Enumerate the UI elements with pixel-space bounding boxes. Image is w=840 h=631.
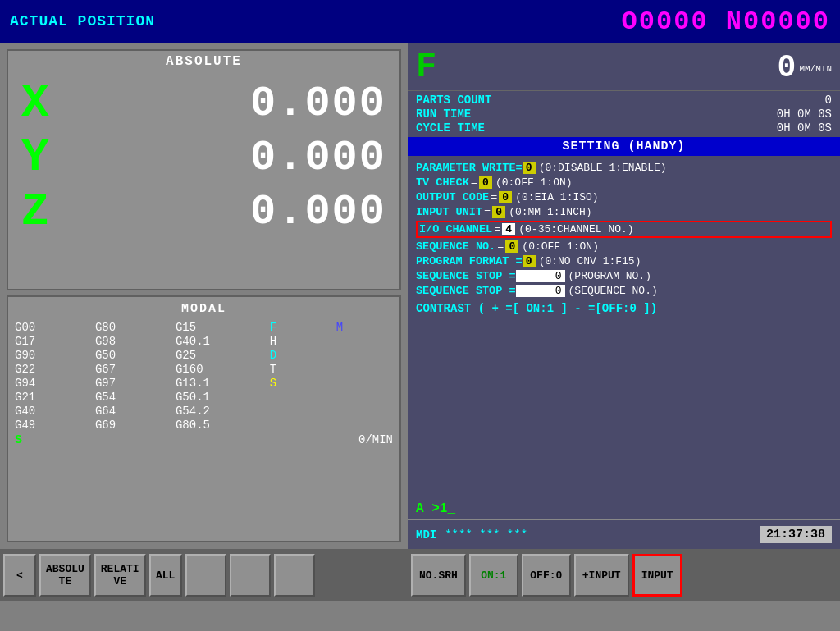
seq-stop2-label: SEQUENCE STOP = xyxy=(416,285,516,297)
info-section: PARTS COUNT 0 RUN TIME 0H 0M 0S CYCLE TI… xyxy=(408,91,840,137)
time-display: 21:37:38 xyxy=(760,526,832,543)
right-panel: F 0 MM/MIN PARTS COUNT 0 RUN TIME 0H 0M … xyxy=(408,43,840,549)
actual-position-label: ACTUAL POSITION xyxy=(10,13,155,30)
seq-stop2-value: 0 xyxy=(516,285,565,297)
modal-item: M xyxy=(336,321,393,334)
seq-no-value: 0 xyxy=(505,240,518,253)
empty-btn-3[interactable] xyxy=(274,554,315,597)
command-text: A >1_ xyxy=(416,501,455,516)
modal-item: G97 xyxy=(95,377,166,390)
modal-item xyxy=(270,391,326,404)
prog-format-desc: (0:NO CNV 1:F15) xyxy=(539,255,641,267)
run-time-value: 0H 0M 0S xyxy=(777,107,832,121)
bottom-info-bar: MDI **** *** *** 21:37:38 xyxy=(408,519,840,549)
setting-section: SETTING (HANDY) PARAMETER WRITE= 0 (0:DI… xyxy=(408,137,840,498)
output-code-desc: (0:EIA 1:ISO) xyxy=(515,191,598,203)
param-write-value: 0 xyxy=(523,162,536,174)
left-panel: ABSOLUTE X 0.000 Y 0.000 Z 0.000 MODAL xyxy=(0,43,408,549)
prog-format-label: PROGRAM FORMAT = xyxy=(416,255,523,267)
modal-item: G21 xyxy=(15,391,85,404)
modal-item: G49 xyxy=(15,418,85,432)
absolute-section: ABSOLUTE X 0.000 Y 0.000 Z 0.000 xyxy=(7,49,401,290)
modal-item: G40.1 xyxy=(176,335,260,348)
seq-no-row: SEQUENCE NO. = 0 (0:OFF 1:ON) xyxy=(416,240,832,253)
seq-stop1-value: 0 xyxy=(516,270,565,282)
modal-item: G160 xyxy=(176,363,260,376)
cycle-time-row: CYCLE TIME 0H 0M 0S xyxy=(416,121,832,135)
relative-button[interactable]: RELATIVE xyxy=(94,554,146,597)
all-button[interactable]: ALL xyxy=(149,554,182,597)
seq-stop1-desc: (PROGRAM NO.) xyxy=(568,270,651,282)
modal-item: G40 xyxy=(15,405,85,418)
seq-stop1-row: SEQUENCE STOP = 0 (PROGRAM NO.) xyxy=(416,270,832,282)
param-write-label: PARAMETER WRITE= xyxy=(416,162,523,174)
modal-item: G69 xyxy=(95,418,166,432)
mdi-dots: **** *** *** xyxy=(445,528,527,542)
run-time-label: RUN TIME xyxy=(416,107,471,121)
off0-button[interactable]: OFF:0 xyxy=(522,554,571,597)
seq-stop1-label: SEQUENCE STOP = xyxy=(416,270,516,282)
modal-item: G15 xyxy=(176,321,260,334)
z-label: Z xyxy=(21,185,71,238)
modal-item xyxy=(336,335,393,348)
program-number: O0000 N00000 xyxy=(622,7,830,37)
output-code-label: OUTPUT CODE xyxy=(416,191,489,203)
s-value: 0/MIN xyxy=(358,433,393,447)
nosrh-button[interactable]: NO.SRH xyxy=(411,554,466,597)
modal-item: G13.1 xyxy=(176,377,260,390)
empty-btn-1[interactable] xyxy=(185,554,226,597)
tv-check-row: TV CHECK = 0 (0:OFF 1:ON) xyxy=(416,176,832,189)
seq-no-label: SEQUENCE NO. xyxy=(416,240,495,253)
modal-section: MODAL G00G80G15FMG17G98G40.1HG90G50G25DG… xyxy=(7,295,401,543)
z-value: 0.000 xyxy=(250,188,386,236)
param-write-desc: (0:DISABLE 1:ENABLE) xyxy=(539,162,667,174)
x-label: X xyxy=(21,77,71,130)
output-code-value: 0 xyxy=(499,191,512,203)
y-axis-row: Y 0.000 xyxy=(21,131,386,184)
input-unit-value: 0 xyxy=(492,206,505,218)
modal-item xyxy=(336,363,393,376)
modal-item: T xyxy=(270,363,326,376)
modal-item xyxy=(336,349,393,362)
modal-item: G50.1 xyxy=(176,391,260,404)
modal-item: G25 xyxy=(176,349,260,362)
seq-no-desc: (0:OFF 1:ON) xyxy=(522,240,599,253)
bottom-bar: < ABSOLUTE RELATIVE ALL NO.SRH ON:1 OFF:… xyxy=(0,549,840,601)
modal-item xyxy=(270,418,326,432)
right-buttons: NO.SRH ON:1 OFF:0 +INPUT INPUT xyxy=(408,551,840,600)
prog-format-value: 0 xyxy=(523,255,536,267)
tv-check-label: TV CHECK xyxy=(416,176,469,189)
setting-header: SETTING (HANDY) xyxy=(408,137,840,156)
modal-item: H xyxy=(270,335,326,348)
x-value: 0.000 xyxy=(250,80,386,128)
modal-item xyxy=(270,405,326,418)
plusinput-button[interactable]: +INPUT xyxy=(574,554,629,597)
cycle-time-label: CYCLE TIME xyxy=(416,121,485,135)
input-unit-desc: (0:MM 1:INCH) xyxy=(509,206,591,218)
modal-item: G80.5 xyxy=(176,418,260,432)
back-button[interactable]: < xyxy=(3,554,36,597)
seq-stop2-desc: (SEQUENCE NO.) xyxy=(568,285,658,297)
tv-check-value: 0 xyxy=(479,176,492,189)
absolute-button[interactable]: ABSOLUTE xyxy=(39,554,91,597)
modal-item: D xyxy=(270,349,326,362)
io-channel-desc: (0-35:CHANNEL NO.) xyxy=(518,223,633,235)
axes-display: X 0.000 Y 0.000 Z 0.000 xyxy=(8,72,399,243)
output-code-row: OUTPUT CODE = 0 (0:EIA 1:ISO) xyxy=(416,191,832,203)
on1-button[interactable]: ON:1 xyxy=(469,554,518,597)
empty-btn-2[interactable] xyxy=(230,554,271,597)
modal-grid: G00G80G15FMG17G98G40.1HG90G50G25DG22G67G… xyxy=(15,321,393,432)
param-write-row: PARAMETER WRITE= 0 (0:DISABLE 1:ENABLE) xyxy=(416,162,832,174)
contrast-row: CONTRAST ( + =[ ON:1 ] - =[OFF:0 ]) xyxy=(416,302,832,315)
modal-item: G94 xyxy=(15,377,85,390)
modal-item: G67 xyxy=(95,363,166,376)
modal-item: G00 xyxy=(15,321,85,334)
parts-count-label: PARTS COUNT xyxy=(416,94,491,107)
contrast-label: CONTRAST xyxy=(416,302,471,315)
modal-item: G80 xyxy=(95,321,166,334)
input-button[interactable]: INPUT xyxy=(632,554,682,597)
parts-count-value: 0 xyxy=(825,94,832,107)
modal-title: MODAL xyxy=(15,300,393,318)
feed-label: F xyxy=(416,48,436,87)
modal-item: G54 xyxy=(95,391,166,404)
